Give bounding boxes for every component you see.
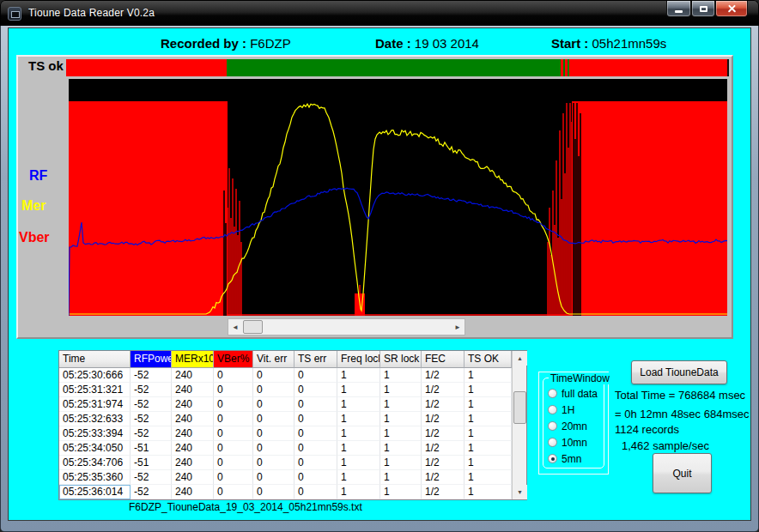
cell: 1 (337, 485, 380, 499)
cell: 1 (337, 426, 380, 441)
cell: 1/2 (422, 397, 465, 412)
scroll-thumb[interactable] (243, 320, 263, 334)
ts-status-segment (569, 59, 726, 76)
trace-label-rf: RF (29, 168, 47, 184)
table-scroll-thumb[interactable] (513, 391, 526, 424)
cell: 1 (337, 441, 380, 456)
quit-button[interactable]: Quit (653, 453, 712, 493)
cell: -52 (131, 383, 172, 397)
cell: 1 (465, 426, 512, 441)
cell: 1 (337, 383, 380, 397)
scroll-right-icon[interactable]: ► (451, 319, 465, 335)
table-row[interactable]: 05:25:34:706-51240000111/21 (59, 456, 512, 470)
cell: 0 (294, 397, 337, 412)
cell: 1 (337, 368, 380, 383)
cell: 0 (294, 368, 337, 383)
cell: -52 (131, 412, 172, 426)
cell: 0 (253, 485, 294, 499)
cell: -52 (131, 368, 172, 383)
load-tiounedata-button[interactable]: Load TiouneData (631, 360, 727, 384)
record-count: 1124 records (615, 423, 679, 436)
radio-label: 5mn (562, 453, 581, 465)
ts-ok-label: TS ok (28, 58, 64, 73)
chart-panel: TS ok RFMerVber ◄ ► (16, 55, 733, 339)
column-header-vber-: VBer% (214, 351, 253, 368)
table-row[interactable]: 05:25:32:633-52240000111/21 (59, 412, 512, 426)
signal-chart (69, 79, 727, 316)
maximize-icon (700, 6, 707, 12)
cell: 1 (465, 470, 512, 485)
minimize-icon (675, 10, 683, 13)
titlebar[interactable]: Tioune Data Reader V0.2a (0, 0, 759, 26)
radio-selected-icon[interactable] (548, 454, 557, 463)
scroll-down-icon[interactable]: ▼ (513, 485, 527, 499)
trace-label-mer: Mer (21, 198, 46, 214)
cell: 05:25:35:360 (59, 470, 131, 485)
table-row[interactable]: 05:25:34:050-51240000111/21 (59, 441, 512, 456)
cell: 05:25:32:633 (59, 412, 131, 426)
recorded-by-label: Recorded by : (161, 36, 246, 51)
column-header-merx10: MERx10 (172, 351, 214, 368)
column-header-freq-lock: Freq lock (337, 351, 380, 368)
ts-status-bar (66, 59, 729, 76)
window-frame: Recorded by : F6DZP Date : 19 03 2014 St… (0, 26, 759, 532)
scroll-up-icon[interactable]: ▲ (513, 351, 527, 366)
cell: 05:25:33:394 (59, 426, 131, 441)
radio-option-1h[interactable]: 1H (543, 402, 604, 418)
cell: 0 (214, 397, 253, 412)
cell: 1/2 (422, 412, 465, 426)
scroll-left-icon[interactable]: ◄ (228, 319, 242, 335)
table-row[interactable]: 05:25:31:321-52240000111/21 (59, 383, 512, 397)
table-row[interactable]: 05:25:31:974-52240000111/21 (59, 397, 512, 412)
cell: 0 (214, 456, 253, 470)
cell: 0 (253, 383, 294, 397)
radio-icon[interactable] (548, 421, 557, 431)
maximize-button[interactable] (691, 1, 715, 17)
chart-horizontal-scrollbar[interactable]: ◄ ► (228, 318, 465, 336)
radio-label: 10mn (562, 437, 587, 449)
cell: 05:25:31:974 (59, 397, 131, 412)
cell: -52 (131, 426, 172, 441)
table-vertical-scrollbar[interactable]: ▲ ▼ (512, 351, 526, 499)
cell: 1 (465, 441, 512, 456)
radio-option-20mn[interactable]: 20mn (543, 418, 604, 434)
cell: -52 (131, 470, 172, 485)
records-table: TimeRFPowerMERx10VBer%Vit. errTS errFreq… (58, 350, 527, 500)
cell: 1 (465, 485, 512, 499)
cell: 0 (253, 397, 294, 412)
cell: 1 (337, 470, 380, 485)
cell: 1 (380, 456, 422, 470)
table-row[interactable]: 05:25:35:360-52240000111/21 (59, 470, 512, 485)
radio-option-10mn[interactable]: 10mn (543, 434, 604, 450)
ts-status-segment (66, 59, 227, 76)
table-row[interactable]: 05:25:36:014-52240000111/21 (59, 485, 512, 499)
column-header-ts-ok: TS OK (465, 351, 512, 368)
radio-icon[interactable] (548, 389, 557, 398)
column-header-rfpower: RFPower (131, 351, 172, 368)
radio-option-5mn[interactable]: 5mn (543, 450, 604, 467)
cell: -51 (131, 441, 172, 456)
cell: 1 (380, 412, 422, 426)
cell: 240 (172, 383, 214, 397)
cell: 05:25:30:666 (59, 368, 131, 383)
radio-icon[interactable] (548, 438, 557, 447)
cell: 1 (337, 397, 380, 412)
timewindow-options: full data1H20mn10mn5mn (543, 378, 604, 467)
cell: 0 (294, 485, 337, 499)
radio-icon[interactable] (548, 405, 557, 414)
close-button[interactable] (715, 1, 748, 17)
cell: 240 (172, 368, 214, 383)
app-icon[interactable] (8, 7, 21, 21)
loaded-filename: F6DZP_TiouneData_19_03_2014_05h21mn59s.t… (129, 501, 362, 513)
cell: 1 (380, 485, 422, 499)
table-row[interactable]: 05:25:33:394-52240000111/21 (59, 426, 512, 441)
radio-option-full-data[interactable]: full data (543, 385, 604, 402)
start-label: Start : (551, 36, 588, 51)
cell: 240 (172, 456, 214, 470)
table-row[interactable]: 05:25:30:666-52240000111/21 (59, 368, 512, 383)
column-header-ts-err: TS err (294, 351, 337, 368)
minimize-button[interactable] (666, 1, 691, 17)
cell: 1 (380, 470, 422, 485)
cell: 1/2 (422, 470, 465, 485)
cell: 0 (214, 441, 253, 456)
